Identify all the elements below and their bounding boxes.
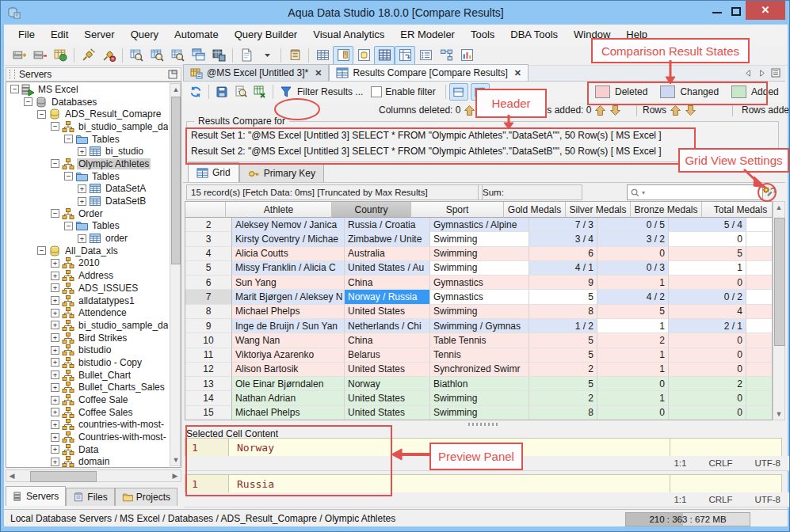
expand-icon[interactable]: +	[51, 396, 59, 405]
menu-dba-tools[interactable]: DBA Tools	[502, 25, 566, 45]
table-cell[interactable]: 0	[669, 333, 746, 348]
table-cell[interactable]: Russia / Croatia	[345, 218, 430, 232]
row-number[interactable]: 9	[185, 319, 232, 333]
expand-icon[interactable]: +	[51, 259, 59, 268]
table-cell[interactable]: Swimming	[430, 305, 529, 319]
scrollbar-thumb[interactable]	[30, 471, 97, 482]
table-cell[interactable]: 8	[746, 406, 773, 420]
pivot-view-button[interactable]	[395, 46, 415, 65]
row-number[interactable]: 7	[185, 290, 232, 304]
form-view-button[interactable]	[415, 46, 436, 65]
grid-view-settings-button[interactable]	[760, 184, 776, 200]
table-cell[interactable]: 0	[669, 232, 746, 246]
table-cell[interactable]: 6	[529, 247, 597, 261]
tree-item-all-data-xls[interactable]: −All_Data_xls	[7, 245, 168, 257]
table-cell[interactable]: Swimming	[430, 247, 529, 261]
table-cell[interactable]: Swimming	[430, 391, 529, 405]
collapse-icon[interactable]: −	[51, 122, 59, 131]
tree-item-tables[interactable]: −Tables	[7, 133, 168, 146]
menu-visual-analytics[interactable]: Visual Analytics	[305, 25, 392, 45]
sidebar-tab-servers[interactable]: Servers	[6, 486, 66, 506]
table-cell[interactable]: 9	[529, 276, 597, 290]
diagram-view-button[interactable]	[436, 46, 456, 65]
table-cell[interactable]: 0 / 2	[669, 290, 746, 304]
table-cell[interactable]: 0 / 5	[597, 218, 669, 232]
register-server-button[interactable]	[9, 46, 29, 65]
grid-view-button[interactable]	[312, 46, 333, 65]
table-cell[interactable]: Australia	[345, 247, 430, 261]
expand-icon[interactable]: +	[78, 147, 86, 156]
column-header-rownum[interactable]	[185, 202, 226, 218]
caret-button[interactable]	[257, 46, 277, 65]
table-view-button[interactable]	[374, 46, 395, 65]
grid-tab-primary-key[interactable]: Primary Key	[239, 164, 324, 182]
scrollbar-thumb[interactable]	[774, 218, 785, 346]
filter-results-label[interactable]: Filter Results ...	[297, 86, 363, 97]
minimize-icon[interactable]	[712, 12, 722, 13]
table-cell[interactable]: Swimming	[430, 232, 529, 246]
scroll-right-icon[interactable]: ▶	[170, 470, 181, 481]
table-cell[interactable]: 0 / 3	[597, 261, 669, 276]
expand-icon[interactable]: +	[51, 346, 59, 355]
grid-search-input[interactable]: ▾	[627, 184, 763, 200]
row-number[interactable]: 3	[185, 232, 232, 246]
table-cell[interactable]: Wang Nan	[232, 333, 345, 348]
table-cell[interactable]: Kirsty Coventry / Michae	[232, 232, 345, 246]
scroll-up-icon[interactable]: ▲	[170, 84, 181, 95]
table-cell[interactable]: 5	[529, 290, 597, 304]
row-number[interactable]: 4	[185, 247, 232, 261]
table-cell[interactable]: Alicia Coutts	[232, 247, 345, 261]
scroll-left-icon[interactable]: ◀	[6, 470, 17, 481]
horizontal-splitter[interactable]	[183, 420, 785, 428]
expand-icon[interactable]: +	[51, 358, 59, 367]
table-cell[interactable]: Biathlon	[430, 377, 529, 391]
export-excel-button[interactable]	[250, 83, 269, 101]
table-cell[interactable]: Swimming / Gymnas	[430, 319, 529, 333]
table-cell[interactable]: 0	[669, 406, 746, 420]
table-cell[interactable]: Swimming	[430, 261, 529, 276]
table-cell[interactable]: Viktoriya Azarenko	[232, 348, 345, 363]
table-cell[interactable]: Michael Phelps	[232, 406, 345, 420]
collapse-icon[interactable]: −	[37, 110, 46, 119]
refresh-button[interactable]	[186, 83, 205, 101]
expand-icon[interactable]: +	[51, 321, 59, 329]
table-cell[interactable]: 0	[669, 276, 746, 290]
table-cell[interactable]: 4	[669, 305, 746, 319]
table-cell[interactable]: Nathan Adrian	[232, 391, 345, 405]
table-cell[interactable]: 0	[597, 406, 669, 420]
navigate-up-icon[interactable]	[463, 104, 475, 116]
table-cell[interactable]: 2	[669, 377, 746, 391]
row-number[interactable]: 15	[185, 406, 232, 420]
collapse-icon[interactable]: −	[37, 246, 46, 255]
tab-list-icon[interactable]	[771, 68, 780, 78]
tree-item-domain[interactable]: +domain	[7, 456, 168, 467]
table-cell[interactable]: Gymnastics	[430, 276, 529, 290]
menu-edit[interactable]: Edit	[43, 25, 76, 45]
tab-ms-excel-untitled-3[interactable]: @MS Excel [Untitled 3]*✕	[183, 64, 329, 81]
export-table-button[interactable]	[208, 46, 229, 65]
table-cell[interactable]: 4	[746, 319, 773, 333]
tree-item-bistudio[interactable]: +bistudio	[7, 344, 168, 356]
tree-item-alldatatypes1[interactable]: +alldatatypes1	[7, 294, 168, 307]
collapse-icon[interactable]: −	[64, 135, 73, 143]
cell-preview-editor-2[interactable]: 1 Russia	[185, 474, 782, 493]
table-cell[interactable]: 3	[746, 391, 773, 405]
table-cell[interactable]: Marit Bjørgen / Aleksey N	[232, 290, 345, 304]
tree-item-tables[interactable]: −Tables	[7, 170, 168, 183]
close-tab-icon[interactable]: ✕	[315, 68, 322, 78]
tree-item-data[interactable]: +Data	[7, 443, 168, 456]
table-cell[interactable]: Inge de Bruijn / Sun Yan	[232, 319, 345, 333]
tree-item-countries-with-most[interactable]: +Countries-with-most-	[7, 431, 168, 443]
tree-item-order[interactable]: +order	[7, 232, 168, 245]
table-cell[interactable]: Netherlands / Chi	[345, 319, 430, 333]
menu-query[interactable]: Query	[123, 25, 166, 45]
split-horizontal-button[interactable]	[449, 83, 468, 101]
scroll-down-icon[interactable]: ▼	[170, 454, 181, 466]
navigate-up-icon[interactable]	[593, 104, 606, 116]
expand-icon[interactable]: +	[51, 420, 59, 429]
tree-item-bi-studio[interactable]: +bi_studio	[7, 145, 168, 158]
table-cell[interactable]: 2	[746, 363, 773, 377]
table-cell[interactable]: 1 / 2	[529, 319, 597, 333]
tree-item-bird-strikes[interactable]: +Bird Strikes	[7, 332, 168, 344]
table-cell[interactable]: Swimming	[430, 406, 529, 420]
